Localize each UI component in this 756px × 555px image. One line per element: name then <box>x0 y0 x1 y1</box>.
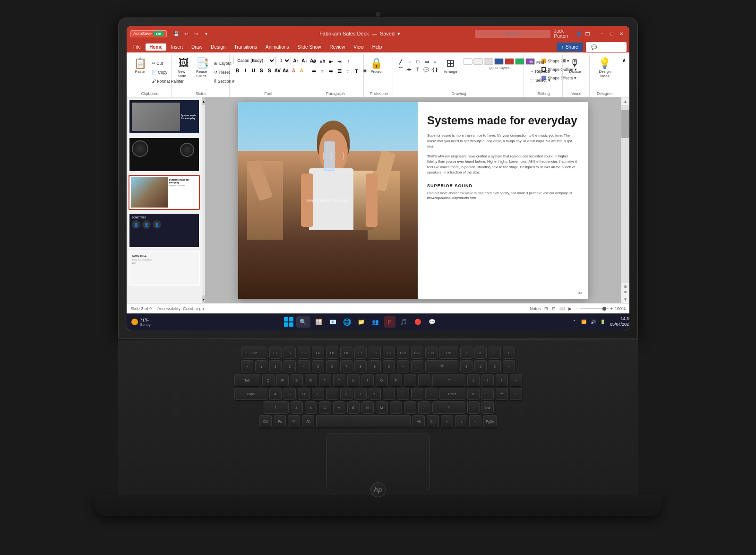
key-t[interactable]: T <box>319 374 331 386</box>
key-numpad-2[interactable]: 8 <box>474 347 487 359</box>
zoom-slider[interactable] <box>580 308 609 309</box>
notes-button[interactable]: Notes <box>530 306 541 311</box>
key-semicolon[interactable]: ; <box>397 388 409 400</box>
oval-tool[interactable]: ○ <box>431 58 438 65</box>
windows-start-button[interactable] <box>284 317 293 327</box>
style-2[interactable] <box>473 58 483 65</box>
customize-icon[interactable]: ▾ <box>202 30 210 37</box>
key-space[interactable] <box>316 415 411 427</box>
justify-button[interactable]: ☰ <box>335 67 343 75</box>
taskbar-mail-icon[interactable]: 📧 <box>327 316 339 328</box>
key-numpad-enter[interactable]: ↵ <box>496 388 508 400</box>
normal-view-icon[interactable]: ⊞ <box>544 306 548 311</box>
menu-insert[interactable]: Insert <box>167 43 187 51</box>
key-f10[interactable]: F10 <box>397 347 409 359</box>
shadow-button[interactable]: S <box>266 67 273 74</box>
key-6[interactable]: 6 <box>326 360 338 373</box>
freeform-tool[interactable]: ✏ <box>405 66 413 73</box>
key-numpad-10[interactable]: 3 <box>496 374 508 386</box>
save-icon[interactable]: 💾 <box>172 30 180 37</box>
key-alt-r[interactable]: Alt <box>412 415 425 427</box>
increase-indent-button[interactable]: ⇥ <box>335 58 343 65</box>
key-y[interactable]: Y <box>333 374 345 386</box>
key-u[interactable]: U <box>347 374 360 386</box>
fit-page-icon[interactable]: ⊞ <box>624 285 627 289</box>
key-period[interactable]: . <box>404 401 416 414</box>
taskbar-discord-icon[interactable]: 💬 <box>427 316 438 328</box>
style-1[interactable] <box>463 58 472 65</box>
slide-thumb-4[interactable]: 4 SOME TITLE 👤 👤 👤 <box>129 213 200 248</box>
key-8[interactable]: 8 <box>354 360 367 373</box>
key-end[interactable]: End <box>481 401 494 414</box>
key-left[interactable]: ← <box>441 415 453 427</box>
key-numpad-1[interactable]: 7 <box>460 347 472 359</box>
key-x[interactable]: X <box>305 401 317 414</box>
reuse-slides-button[interactable]: 📑 Reuse Slides <box>194 57 211 83</box>
key-rshift[interactable]: ⇧ <box>432 401 465 414</box>
key-0[interactable]: 0 <box>383 360 395 373</box>
volume-icon[interactable]: 🔊 <box>590 319 597 325</box>
columns-button[interactable]: ⫶ <box>344 58 352 65</box>
style-6[interactable] <box>515 58 524 65</box>
text-direction-button[interactable]: ↕ <box>344 67 352 75</box>
taskbar-search-icon[interactable]: 🔍 <box>296 316 310 328</box>
key-f9[interactable]: F9 <box>383 347 395 359</box>
italic-button[interactable]: I <box>241 67 249 74</box>
key-numpad-3[interactable]: 9 <box>489 347 501 359</box>
key-f1[interactable]: F1 <box>269 347 282 359</box>
style-4[interactable] <box>494 58 504 65</box>
ribbon-display-icon[interactable]: 🗔 <box>585 30 591 37</box>
reading-view-icon[interactable]: 📖 <box>559 306 565 311</box>
key-4[interactable]: 4 <box>298 360 310 373</box>
key-f8[interactable]: F8 <box>369 347 381 359</box>
key-j[interactable]: J <box>354 388 367 400</box>
menu-transitions[interactable]: Transitions <box>230 43 261 51</box>
key-esc[interactable]: Esc <box>241 347 267 359</box>
slide-thumb-5[interactable]: 5 SOME TITLE Lorem text content here... … <box>129 251 200 286</box>
key-z[interactable]: Z <box>291 401 303 414</box>
key-up[interactable]: ↑ <box>467 401 480 414</box>
minimize-button[interactable]: − <box>598 29 607 38</box>
callout-tool[interactable]: 💬 <box>422 66 430 73</box>
taskbar-spotify-icon[interactable]: 🎵 <box>398 316 410 328</box>
undo-icon[interactable]: ↩ <box>182 30 190 37</box>
key-a[interactable]: A <box>269 388 282 400</box>
menu-review[interactable]: Review <box>326 43 349 51</box>
key-k[interactable]: K <box>369 388 381 400</box>
dictate-button[interactable]: 🎙 Dictate <box>567 57 584 83</box>
key-f5[interactable]: F5 <box>326 347 338 359</box>
zoom-in-button[interactable]: + <box>610 306 613 311</box>
key-e[interactable]: E <box>291 374 303 386</box>
arrange-button[interactable]: ⊞ Arrange <box>442 57 459 83</box>
taskbar-ppt-icon[interactable]: P <box>384 316 395 328</box>
menu-draw[interactable]: Draw <box>188 43 206 51</box>
key-numpad-5[interactable]: 4 <box>460 360 472 373</box>
key-bracket-r[interactable]: ] <box>418 374 430 386</box>
key-numpad-0[interactable]: 0 <box>467 388 480 400</box>
align-left-button[interactable]: ⬅ <box>310 67 318 75</box>
key-f7[interactable]: F7 <box>354 347 367 359</box>
menu-slideshow[interactable]: Slide Show <box>293 43 325 51</box>
slideshow-icon[interactable]: ▶ <box>568 306 572 311</box>
menu-view[interactable]: View <box>350 43 368 51</box>
scroll-thumb[interactable] <box>621 110 629 138</box>
align-text-button[interactable]: ⊤ <box>352 67 360 75</box>
key-numpad-plus[interactable]: + <box>510 388 522 400</box>
font-family-select[interactable]: Calibri (Body) <box>233 57 276 64</box>
taskbar-edge-icon[interactable]: 🌐 <box>342 316 353 328</box>
menu-file[interactable]: File <box>129 43 145 51</box>
menu-animations[interactable]: Animations <box>262 43 292 51</box>
arrow-tool[interactable]: → <box>405 58 413 65</box>
key-right[interactable]: → <box>469 415 481 427</box>
font-color-button[interactable]: A <box>290 67 297 74</box>
key-capslock[interactable]: Caps <box>234 388 267 400</box>
comments-button[interactable]: 💬 Comments <box>586 42 627 52</box>
key-enter[interactable]: ↵ <box>432 374 465 386</box>
new-slide-button[interactable]: 🖼 New Slide <box>175 57 192 83</box>
key-g[interactable]: G <box>326 388 338 400</box>
key-p[interactable]: P <box>390 374 402 386</box>
font-case-button[interactable]: Aa <box>282 67 289 74</box>
font-size-select[interactable]: 21 <box>277 57 291 64</box>
key-r[interactable]: R <box>305 374 317 386</box>
key-1[interactable]: 1 <box>255 360 267 373</box>
